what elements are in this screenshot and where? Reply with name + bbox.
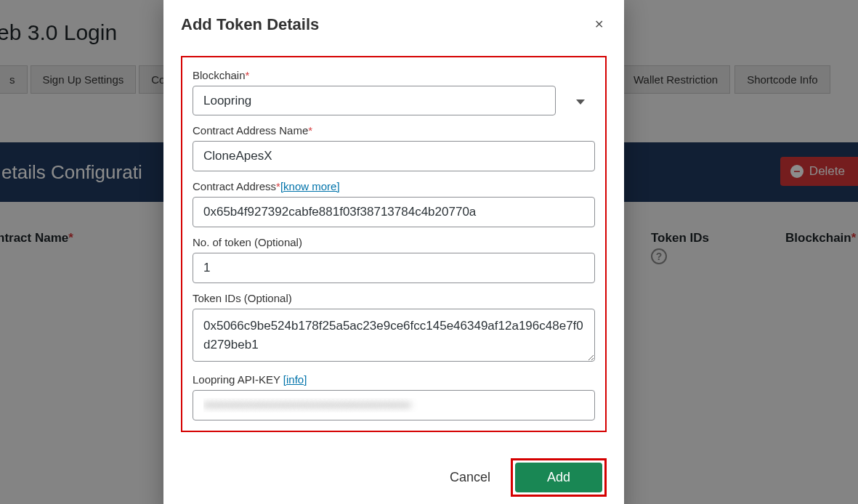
form-highlight-frame: Blockchain* Loopring Contract Address Na… bbox=[181, 56, 607, 432]
add-button[interactable]: Add bbox=[515, 463, 602, 492]
num-token-input[interactable] bbox=[193, 253, 595, 283]
add-token-modal: Add Token Details ✕ Blockchain* Loopring… bbox=[163, 0, 624, 504]
label-token-ids: Token IDs (Optional) bbox=[193, 292, 595, 304]
cancel-button[interactable]: Cancel bbox=[450, 470, 490, 485]
add-button-highlight: Add bbox=[511, 458, 607, 497]
close-icon[interactable]: ✕ bbox=[591, 15, 607, 34]
blockchain-select[interactable]: Loopring bbox=[193, 86, 556, 115]
modal-title: Add Token Details bbox=[181, 15, 319, 34]
blockchain-select-wrap: Loopring bbox=[193, 86, 595, 115]
know-more-link[interactable]: [know more] bbox=[280, 180, 340, 192]
label-contract-name: Contract Address Name* bbox=[193, 124, 595, 137]
modal-body: Blockchain* Loopring Contract Address Na… bbox=[163, 44, 624, 445]
contract-name-input[interactable] bbox=[193, 141, 595, 171]
token-ids-textarea[interactable]: 0x5066c9be524b178f25a5ac23e9ce6fcc145e46… bbox=[193, 309, 595, 362]
label-blockchain: Blockchain* bbox=[193, 69, 595, 81]
label-num-token: No. of token (Optional) bbox=[193, 236, 595, 248]
contract-address-input[interactable] bbox=[193, 197, 595, 227]
info-link[interactable]: [info] bbox=[283, 373, 307, 386]
label-api-key: Loopring API-KEY [info] bbox=[193, 373, 595, 386]
api-key-input[interactable] bbox=[193, 390, 595, 420]
modal-header: Add Token Details ✕ bbox=[163, 0, 624, 44]
label-contract-address: Contract Address*[know more] bbox=[193, 180, 595, 192]
modal-footer: Cancel Add bbox=[163, 445, 624, 504]
